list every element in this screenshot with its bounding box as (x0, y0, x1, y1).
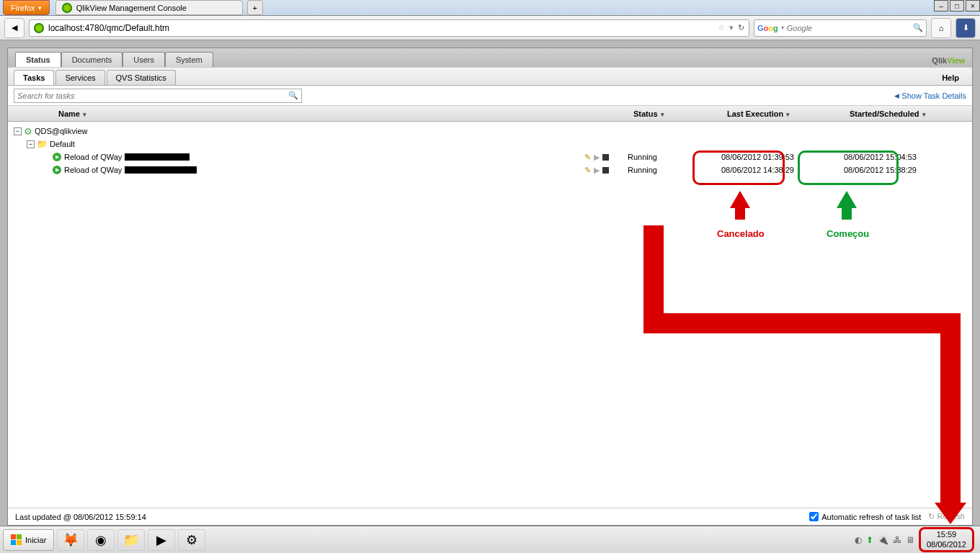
last-updated-text: Last updated @ 08/06/2012 15:59:14 (15, 513, 146, 521)
browser-tab[interactable]: QlikView Management Console (55, 0, 243, 15)
auto-refresh-toggle[interactable]: Automatic refresh of task list (809, 512, 921, 521)
redacted-text (125, 166, 197, 174)
tree-root[interactable]: − ⚙ QDS@qlikview (14, 125, 966, 138)
filter-icon[interactable]: ▾ (661, 111, 664, 118)
col-status[interactable]: Status▾ (633, 109, 727, 118)
task-name: Reload of QWay (64, 153, 122, 161)
tab-status[interactable]: Status (15, 52, 61, 67)
gear-icon: ⚙ (24, 126, 32, 137)
url-bar[interactable]: ☆ ▾ ↻ (29, 19, 749, 37)
main-tab-bar: Status Documents Users System QlikView (8, 48, 972, 67)
browser-titlebar: Firefox QlikView Management Console + – … (0, 0, 980, 16)
tab-users[interactable]: Users (122, 52, 165, 67)
qlikview-logo: QlikView (932, 52, 965, 67)
auto-refresh-checkbox[interactable] (809, 512, 819, 521)
grid-header: Name▾ Status▾ Last Execution▾ Started/Sc… (8, 106, 972, 122)
taskbar-media-player[interactable]: ▶ (148, 529, 175, 551)
subtab-services[interactable]: Services (55, 70, 104, 85)
tray-icon[interactable]: 🔌 (878, 535, 888, 545)
annotation-cancelado-label: Cancelado (717, 228, 765, 239)
stop-icon[interactable] (602, 167, 609, 174)
search-submit-icon[interactable]: 🔍 (913, 23, 923, 32)
system-clock[interactable]: 15:59 08/06/2012 (919, 527, 974, 552)
annotation-red-arrow (730, 191, 750, 208)
task-row[interactable]: ▶ Reload of QWay ✎ ▶ Running 08/06/2012 … (14, 163, 966, 176)
window-controls: – □ × (932, 0, 980, 15)
show-task-details[interactable]: Show Task Details (894, 91, 966, 100)
filter-icon[interactable]: ▾ (786, 111, 790, 118)
search-bar[interactable]: Goog ▾ 🔍 (754, 19, 927, 37)
task-search[interactable]: 🔍 (14, 89, 302, 103)
stop-icon[interactable] (602, 154, 609, 161)
bookmark-icon[interactable]: ☆ (718, 23, 725, 32)
home-button[interactable]: ⌂ (931, 18, 951, 38)
root-label: QDS@qlikview (35, 127, 88, 135)
tray-icon[interactable]: 🖥 (906, 535, 914, 545)
task-last-execution: 08/06/2012 14:38:29 (721, 166, 844, 174)
subtab-qvs-statistics[interactable]: QVS Statistics (107, 70, 176, 85)
tray-icon[interactable]: 🖧 (893, 535, 901, 545)
reload-icon[interactable]: ↻ (738, 23, 744, 32)
col-name[interactable]: Name▾ (8, 109, 633, 118)
subtab-tasks[interactable]: Tasks (14, 70, 54, 85)
help-link[interactable]: Help (935, 71, 966, 85)
tray-icon[interactable]: ◐ (855, 535, 862, 545)
search-input[interactable] (787, 24, 910, 32)
task-row[interactable]: ▶ Reload of QWay ✎ ▶ Running 08/06/2012 … (14, 150, 966, 163)
run-icon[interactable]: ▶ (594, 153, 600, 162)
annotation-green-arrow (837, 191, 857, 208)
firefox-app-button[interactable]: Firefox (3, 0, 50, 15)
tab-title: QlikView Management Console (76, 4, 187, 12)
taskbar-firefox[interactable]: 🦊 (57, 529, 84, 551)
redacted-text (125, 153, 190, 161)
collapse-icon[interactable]: − (27, 140, 35, 148)
status-running-icon: ▶ (53, 153, 61, 161)
edit-icon[interactable]: ✎ (584, 153, 591, 162)
dropdown-icon[interactable]: ▾ (729, 23, 734, 32)
tab-system[interactable]: System (165, 52, 213, 67)
browser-navbar: ◀ ☆ ▾ ↻ Goog ▾ 🔍 ⌂ ⬇ (0, 16, 980, 40)
run-icon[interactable]: ▶ (594, 166, 600, 175)
sub-tab-bar: Tasks Services QVS Statistics Help (8, 67, 972, 86)
task-last-execution: 08/06/2012 01:39:53 (721, 153, 844, 161)
taskbar-explorer[interactable]: 📁 (117, 529, 145, 551)
task-started-scheduled: 08/06/2012 15:38:29 (844, 166, 966, 174)
url-input[interactable] (48, 23, 713, 33)
back-button[interactable]: ◀ (4, 18, 24, 38)
status-bar: Last updated @ 08/06/2012 15:59:14 Autom… (8, 508, 972, 525)
col-last-execution[interactable]: Last Execution▾ (727, 109, 850, 118)
task-search-input[interactable] (17, 91, 288, 100)
task-started-scheduled: 08/06/2012 15:04:53 (844, 153, 966, 161)
filter-icon[interactable]: ▾ (922, 111, 926, 118)
qlikview-favicon (62, 3, 72, 13)
taskbar-chrome[interactable]: ◉ (87, 529, 115, 551)
clock-time: 15:59 (927, 530, 966, 539)
start-button[interactable]: Iniciar (3, 529, 54, 551)
qlikview-console: Status Documents Users System QlikView T… (7, 48, 973, 526)
windows-taskbar: Iniciar 🦊 ◉ 📁 ▶ ⚙ ◐ ⬆ 🔌 🖧 🖥 15:59 08/06/… (0, 526, 980, 553)
task-toolbar: 🔍 Show Task Details (8, 86, 972, 106)
task-status: Running (628, 166, 721, 174)
col-started-scheduled[interactable]: Started/Scheduled▾ (850, 109, 972, 118)
taskbar-settings[interactable]: ⚙ (178, 529, 205, 551)
task-status: Running (628, 153, 721, 161)
tree-folder[interactable]: − 📁 Default (14, 138, 966, 150)
new-tab-button[interactable]: + (247, 0, 263, 15)
close-button[interactable]: × (966, 0, 980, 12)
collapse-icon[interactable]: − (14, 127, 22, 135)
folder-icon: 📁 (37, 139, 48, 149)
page-content: Status Documents Users System QlikView T… (0, 40, 980, 526)
task-name: Reload of QWay (64, 166, 122, 174)
refresh-button[interactable]: ↻ Refresh (928, 512, 965, 521)
filter-icon[interactable]: ▾ (83, 111, 86, 118)
maximize-button[interactable]: □ (950, 0, 964, 12)
windows-logo-icon (11, 534, 22, 545)
edit-icon[interactable]: ✎ (584, 166, 591, 175)
tab-documents[interactable]: Documents (61, 52, 123, 67)
status-running-icon: ▶ (53, 166, 61, 174)
downloads-button[interactable]: ⬇ (956, 18, 976, 38)
tray-icon[interactable]: ⬆ (866, 535, 873, 545)
system-tray: ◐ ⬆ 🔌 🖧 🖥 15:59 08/06/2012 (855, 527, 977, 552)
search-icon[interactable]: 🔍 (288, 91, 298, 100)
minimize-button[interactable]: – (934, 0, 948, 12)
